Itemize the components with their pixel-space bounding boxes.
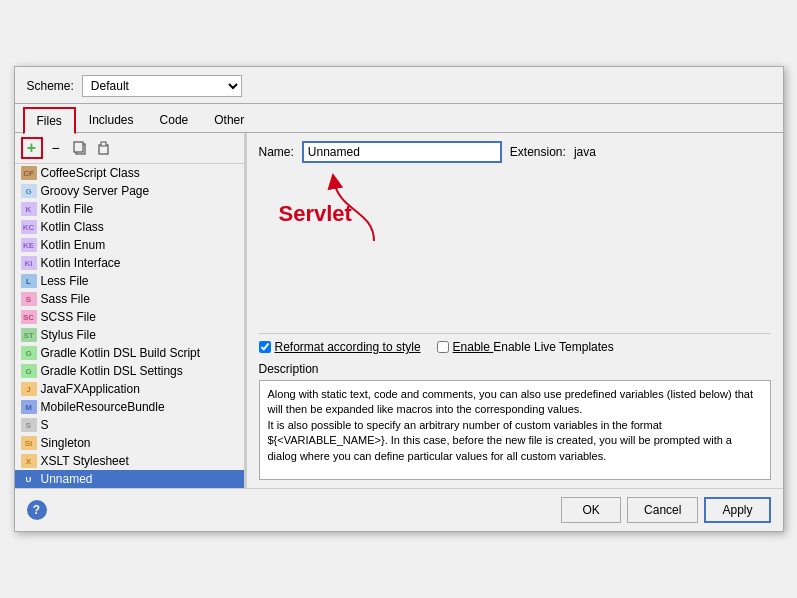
list-item[interactable]: KCKotlin Class	[15, 218, 244, 236]
list-item[interactable]: SISingleton	[15, 434, 244, 452]
file-item-label: JavaFXApplication	[41, 382, 140, 396]
toolbar: + −	[15, 133, 244, 164]
tab-code[interactable]: Code	[147, 107, 202, 133]
right-panel: Name: Extension: java Servlet	[247, 133, 783, 488]
live-templates-checkbox[interactable]	[437, 341, 449, 353]
scheme-select[interactable]: Default	[82, 75, 242, 97]
list-item[interactable]: SSass File	[15, 290, 244, 308]
list-item[interactable]: JJavaFXApplication	[15, 380, 244, 398]
file-item-label: Kotlin Interface	[41, 256, 121, 270]
file-item-label: Kotlin Class	[41, 220, 104, 234]
tabs-row: Files Includes Code Other	[15, 103, 783, 133]
file-item-label: CoffeeScript Class	[41, 166, 140, 180]
list-item[interactable]: MMobileResourceBundle	[15, 398, 244, 416]
file-item-label: Stylus File	[41, 328, 96, 342]
list-item[interactable]: SS	[15, 416, 244, 434]
file-item-label: Kotlin Enum	[41, 238, 106, 252]
file-type-icon: S	[21, 418, 37, 432]
remove-button[interactable]: −	[45, 137, 67, 159]
file-type-icon: KC	[21, 220, 37, 234]
file-list: CFCoffeeScript ClassGGroovy Server PageK…	[15, 164, 244, 488]
file-type-icon: M	[21, 400, 37, 414]
description-text: Along with static text, code and comment…	[259, 380, 771, 480]
file-item-label: Kotlin File	[41, 202, 94, 216]
live-templates-checkbox-label[interactable]: Enable Enable Live Templates	[437, 340, 614, 354]
reformat-checkbox-label[interactable]: Reformat according to style	[259, 340, 421, 354]
list-item[interactable]: GGroovy Server Page	[15, 182, 244, 200]
copy-icon	[73, 141, 87, 155]
file-type-icon: KE	[21, 238, 37, 252]
left-panel: + − CFCoffeeScript ClassGGroovy Server P	[15, 133, 245, 488]
file-item-label: Sass File	[41, 292, 90, 306]
file-item-label: Unnamed	[41, 472, 93, 486]
extension-value: java	[574, 145, 596, 159]
main-content: + − CFCoffeeScript ClassGGroovy Server P	[15, 133, 783, 488]
live-templates-label: Enable Enable Live Templates	[453, 340, 614, 354]
help-button[interactable]: ?	[27, 500, 47, 520]
description-label: Description	[259, 362, 771, 376]
list-item[interactable]: LLess File	[15, 272, 244, 290]
file-type-icon: SC	[21, 310, 37, 324]
paste-button[interactable]	[93, 137, 115, 159]
cancel-button[interactable]: Cancel	[627, 497, 698, 523]
file-type-icon: KI	[21, 256, 37, 270]
file-type-icon: ST	[21, 328, 37, 342]
copy-button[interactable]	[69, 137, 91, 159]
list-item[interactable]: SCSCSS File	[15, 308, 244, 326]
tab-files[interactable]: Files	[23, 107, 76, 134]
svg-rect-1	[74, 142, 83, 152]
dialog: Scheme: Default Files Includes Code Othe…	[14, 66, 784, 532]
extension-label: Extension:	[510, 145, 566, 159]
file-type-icon: U	[21, 472, 37, 486]
file-item-label: XSLT Stylesheet	[41, 454, 129, 468]
apply-button[interactable]: Apply	[704, 497, 770, 523]
file-item-label: Less File	[41, 274, 89, 288]
list-item[interactable]: STStylus File	[15, 326, 244, 344]
file-item-label: Groovy Server Page	[41, 184, 150, 198]
list-item[interactable]: KKotlin File	[15, 200, 244, 218]
name-field-label: Name:	[259, 145, 294, 159]
checkboxes-row: Reformat according to style Enable Enabl…	[259, 333, 771, 354]
list-item[interactable]: CFCoffeeScript Class	[15, 164, 244, 182]
file-type-icon: X	[21, 454, 37, 468]
tab-other[interactable]: Other	[201, 107, 257, 133]
file-type-icon: L	[21, 274, 37, 288]
file-type-icon: G	[21, 364, 37, 378]
file-type-icon: J	[21, 382, 37, 396]
add-button[interactable]: +	[21, 137, 43, 159]
bottom-bar: ? OK Cancel Apply	[15, 488, 783, 531]
list-item[interactable]: GGradle Kotlin DSL Build Script	[15, 344, 244, 362]
file-item-label: Gradle Kotlin DSL Settings	[41, 364, 183, 378]
svg-rect-3	[101, 142, 106, 146]
tab-includes[interactable]: Includes	[76, 107, 147, 133]
scheme-label: Scheme:	[27, 79, 74, 93]
list-item[interactable]: KEKotlin Enum	[15, 236, 244, 254]
file-type-icon: G	[21, 184, 37, 198]
ok-button[interactable]: OK	[561, 497, 621, 523]
file-type-icon: G	[21, 346, 37, 360]
file-item-label: MobileResourceBundle	[41, 400, 165, 414]
description-section: Description Along with static text, code…	[259, 362, 771, 480]
paste-icon	[97, 141, 111, 155]
file-item-label: SCSS File	[41, 310, 96, 324]
name-input[interactable]	[302, 141, 502, 163]
file-item-label: S	[41, 418, 49, 432]
file-item-label: Singleton	[41, 436, 91, 450]
scheme-row: Scheme: Default	[15, 67, 783, 103]
file-type-icon: K	[21, 202, 37, 216]
list-item[interactable]: KIKotlin Interface	[15, 254, 244, 272]
reformat-checkbox[interactable]	[259, 341, 271, 353]
reformat-label: Reformat according to style	[275, 340, 421, 354]
servlet-area: Servlet	[259, 171, 771, 325]
file-type-icon: SI	[21, 436, 37, 450]
list-item[interactable]: UUnnamed	[15, 470, 244, 488]
bottom-right: OK Cancel Apply	[561, 497, 770, 523]
file-type-icon: S	[21, 292, 37, 306]
arrow-svg	[319, 171, 399, 251]
list-item[interactable]: XXSLT Stylesheet	[15, 452, 244, 470]
file-type-icon: CF	[21, 166, 37, 180]
name-row: Name: Extension: java	[259, 141, 771, 163]
file-item-label: Gradle Kotlin DSL Build Script	[41, 346, 201, 360]
list-item[interactable]: GGradle Kotlin DSL Settings	[15, 362, 244, 380]
